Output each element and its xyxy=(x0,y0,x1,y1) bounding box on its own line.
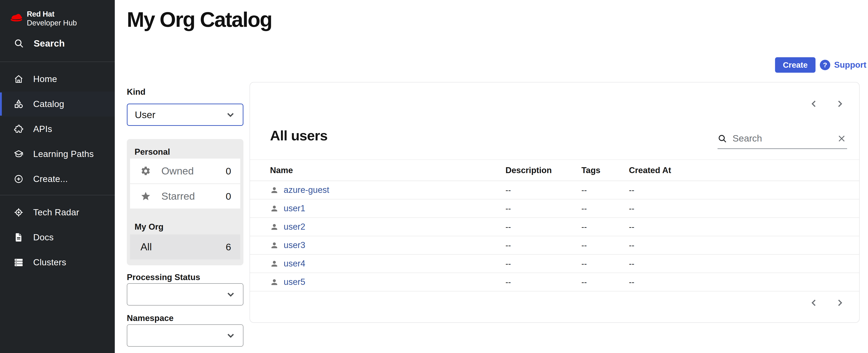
sidebar-item-catalog[interactable]: Catalog xyxy=(0,92,115,117)
table-row: azure-guest -- -- -- xyxy=(250,181,859,199)
table-search-input[interactable] xyxy=(733,133,832,144)
rhdh-catalog-page: { "sidebar": { "logo": { "line1": "Red H… xyxy=(0,0,868,353)
filter-owned[interactable]: Owned 0 xyxy=(130,159,240,184)
column-header-description[interactable]: Description xyxy=(505,166,581,175)
filter-all[interactable]: All 6 xyxy=(130,234,240,259)
chevron-down-icon xyxy=(226,289,236,299)
tags-cell: -- xyxy=(581,259,629,268)
name-cell: azure-guest xyxy=(250,185,505,195)
sidebar-item-label: Catalog xyxy=(33,99,64,109)
help-icon: ? xyxy=(819,60,831,70)
chevron-left-icon xyxy=(809,298,819,308)
name-cell: user2 xyxy=(250,222,505,232)
entity-link[interactable]: user4 xyxy=(284,259,305,268)
all-label: All xyxy=(141,241,152,253)
close-icon xyxy=(837,134,846,143)
sidebar-item-tech-radar[interactable]: Tech Radar xyxy=(0,200,115,225)
table-row: user5 -- -- -- xyxy=(250,273,859,291)
person-icon xyxy=(270,278,279,286)
sidebar-item-label: APIs xyxy=(33,124,52,134)
sidebar-item-docs[interactable]: Docs xyxy=(0,225,115,250)
description-cell: -- xyxy=(505,277,581,287)
tags-cell: -- xyxy=(581,204,629,213)
graduation-cap-icon xyxy=(13,149,24,159)
support-label: Support xyxy=(834,60,866,70)
column-header-name[interactable]: Name xyxy=(250,166,505,175)
created-at-cell: -- xyxy=(629,204,859,213)
filter-starred[interactable]: Starred 0 xyxy=(130,184,240,208)
sidebar-item-label: Create... xyxy=(33,174,68,184)
sidebar-item-label: Learning Paths xyxy=(33,149,94,159)
entity-table: Name Description Tags Created At azure-g… xyxy=(250,159,859,291)
table-header-row: Name Description Tags Created At xyxy=(250,159,859,181)
entity-link[interactable]: user2 xyxy=(284,222,305,232)
description-cell: -- xyxy=(505,185,581,195)
namespace-select[interactable] xyxy=(127,324,243,347)
entity-link[interactable]: azure-guest xyxy=(284,185,329,195)
personal-filter-list: Owned 0 Starred 0 xyxy=(130,159,240,208)
radar-target-icon xyxy=(13,207,24,217)
table-search-field[interactable] xyxy=(717,129,847,149)
description-cell: -- xyxy=(505,222,581,232)
sidebar-item-home[interactable]: Home xyxy=(0,67,115,92)
sidebar-nav-secondary: Tech Radar Docs Clusters xyxy=(0,200,115,275)
prev-page-button-top[interactable] xyxy=(807,97,822,111)
tags-cell: -- xyxy=(581,240,629,250)
next-page-button-top[interactable] xyxy=(832,97,847,111)
processing-status-select[interactable] xyxy=(127,283,243,306)
server-list-icon xyxy=(13,257,24,267)
sidebar-item-search[interactable]: Search xyxy=(0,35,115,51)
tags-cell: -- xyxy=(581,222,629,232)
sidebar-item-label: Tech Radar xyxy=(33,207,79,217)
table-row: user2 -- -- -- xyxy=(250,218,859,236)
catalog-icon xyxy=(13,99,24,109)
logo-product: Developer Hub xyxy=(27,19,77,27)
clear-search-button[interactable] xyxy=(837,134,847,143)
home-icon xyxy=(13,74,24,84)
table-row: user1 -- -- -- xyxy=(250,199,859,218)
document-icon xyxy=(13,232,24,243)
sidebar: Red Hat Developer Hub Search Home Catalo… xyxy=(0,0,115,353)
kind-select-value: User xyxy=(135,109,155,120)
create-button[interactable]: Create xyxy=(775,57,815,73)
support-link[interactable]: ? Support xyxy=(819,57,866,73)
owned-label: Owned xyxy=(161,165,194,177)
column-header-created-at[interactable]: Created At xyxy=(629,166,859,175)
personal-section-title: Personal xyxy=(134,147,170,157)
starred-count: 0 xyxy=(226,191,231,202)
sidebar-search-label: Search xyxy=(34,38,65,49)
sidebar-item-apis[interactable]: APIs xyxy=(0,117,115,141)
tags-cell: -- xyxy=(581,185,629,195)
prev-page-button-bottom[interactable] xyxy=(807,295,822,310)
sidebar-nav-primary: Home Catalog APIs Learning Paths Create.… xyxy=(0,67,115,192)
owned-count: 0 xyxy=(226,166,231,177)
next-page-button-bottom[interactable] xyxy=(832,295,847,310)
table-heading: All users xyxy=(270,127,328,143)
sidebar-item-learning-paths[interactable]: Learning Paths xyxy=(0,141,115,166)
created-at-cell: -- xyxy=(629,222,859,232)
logo-brand: Red Hat xyxy=(27,9,77,19)
table-row: user4 -- -- -- xyxy=(250,255,859,273)
sidebar-item-create[interactable]: Create... xyxy=(0,166,115,192)
name-cell: user1 xyxy=(250,203,505,213)
person-icon xyxy=(270,241,279,250)
entity-link[interactable]: user5 xyxy=(284,277,305,287)
namespace-label: Namespace xyxy=(127,314,174,323)
sidebar-divider xyxy=(0,62,115,62)
chevron-right-icon xyxy=(835,298,844,308)
kind-select[interactable]: User xyxy=(127,104,243,126)
all-count: 6 xyxy=(226,242,231,253)
created-at-cell: -- xyxy=(629,277,859,287)
created-at-cell: -- xyxy=(629,185,859,195)
redhat-developer-hub-logo: Red Hat Developer Hub xyxy=(10,9,77,27)
created-at-cell: -- xyxy=(629,259,859,268)
column-header-tags[interactable]: Tags xyxy=(581,166,629,175)
my-org-section-title: My Org xyxy=(134,222,163,232)
sidebar-divider xyxy=(0,195,115,195)
entity-table-panel: All users Name Description Tags Created … xyxy=(250,82,860,323)
sidebar-item-clusters[interactable]: Clusters xyxy=(0,250,115,275)
entity-link[interactable]: user1 xyxy=(284,203,305,213)
name-cell: user3 xyxy=(250,240,505,250)
entity-link[interactable]: user3 xyxy=(284,240,305,250)
logo-text: Red Hat Developer Hub xyxy=(27,9,77,27)
